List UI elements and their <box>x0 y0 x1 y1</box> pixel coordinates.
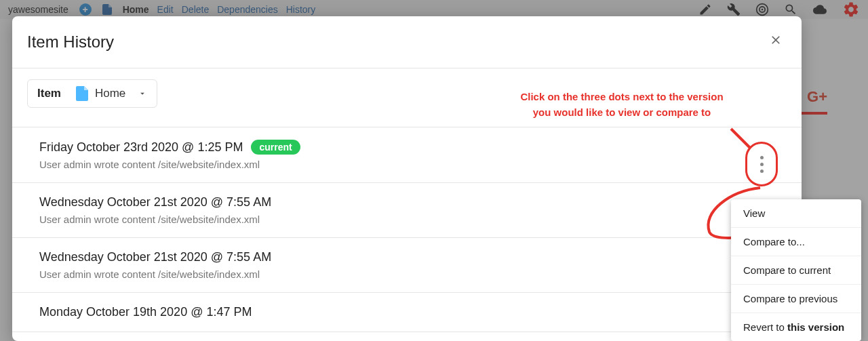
menu-view[interactable]: View <box>731 199 861 228</box>
history-timestamp: Wednesday October 21st 2020 @ 7:55 AM <box>39 250 271 264</box>
revert-prefix: Revert to <box>743 321 787 333</box>
history-timestamp: Monday October 19th 2020 @ 1:47 PM <box>39 305 252 319</box>
history-item: Wednesday October 21st 2020 @ 7:55 AM Us… <box>12 183 802 238</box>
revert-bold: this version <box>787 321 844 333</box>
page-icon <box>76 86 88 101</box>
history-item: Monday October 19th 2020 @ 1:47 PM <box>12 293 802 332</box>
close-button[interactable] <box>769 33 783 51</box>
menu-revert[interactable]: Revert to this version <box>731 313 861 341</box>
modal-header: Item History <box>12 16 802 68</box>
history-timestamp: Friday October 23rd 2020 @ 1:25 PM <box>39 140 243 155</box>
modal-title: Item History <box>27 33 114 52</box>
history-description: User admin wrote content /site/website/i… <box>39 159 774 170</box>
current-badge: current <box>251 140 300 155</box>
version-context-menu: View Compare to... Compare to current Co… <box>731 199 861 341</box>
chevron-down-icon <box>138 89 147 98</box>
item-history-modal: Item History Item Home Click on the thre… <box>12 16 802 341</box>
item-selected-wrap: Home <box>76 86 147 101</box>
item-selector-label: Item <box>37 87 61 100</box>
menu-compare-previous[interactable]: Compare to previous <box>731 285 861 313</box>
item-selector[interactable]: Item Home <box>27 79 157 108</box>
history-description: User admin wrote content /site/website/i… <box>39 268 774 280</box>
item-selected-name: Home <box>95 87 125 100</box>
close-icon <box>769 33 783 47</box>
menu-compare-to[interactable]: Compare to... <box>731 228 861 256</box>
history-item: Wednesday October 21st 2020 @ 7:55 AM Us… <box>12 238 802 293</box>
more-actions-button[interactable] <box>745 142 778 186</box>
history-description: User admin wrote content /site/website/i… <box>39 214 774 225</box>
menu-compare-current[interactable]: Compare to current <box>731 256 861 285</box>
instruction-annotation: Click on the three dots next to the vers… <box>510 89 734 120</box>
vertical-dots-icon <box>760 156 764 173</box>
history-list: Friday October 23rd 2020 @ 1:25 PM curre… <box>12 127 802 332</box>
history-timestamp: Wednesday October 21st 2020 @ 7:55 AM <box>39 195 271 209</box>
history-item: Friday October 23rd 2020 @ 1:25 PM curre… <box>12 127 802 183</box>
